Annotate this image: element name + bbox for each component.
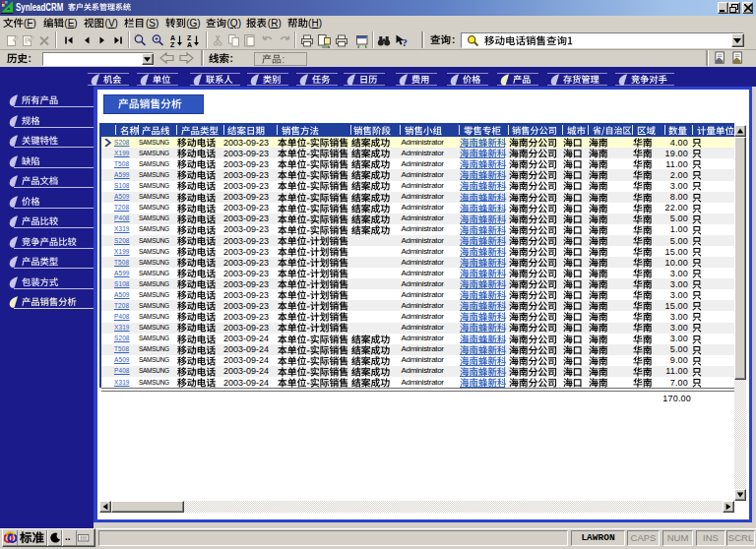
- svg-text:Z: Z: [170, 41, 175, 48]
- svg-text:A: A: [187, 41, 192, 48]
- svg-text:Z: Z: [187, 34, 192, 41]
- svg-text:?: ?: [403, 37, 408, 48]
- svg-text:A: A: [170, 34, 175, 41]
